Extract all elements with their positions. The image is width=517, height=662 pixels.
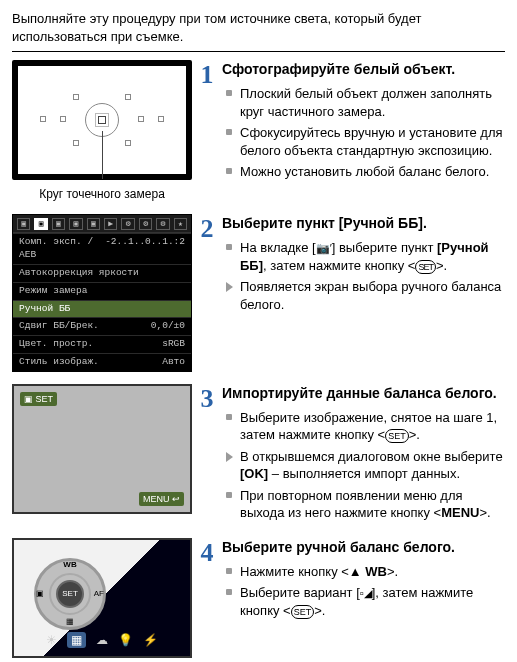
wb-custom-icon: ▦ — [67, 632, 86, 648]
step-title: Импортируйте данные баланса белого. — [222, 384, 505, 403]
bullet: Выберите изображение, снятое на шаге 1, … — [224, 409, 505, 444]
divider — [12, 51, 505, 52]
step-4: WB AF ▦ ▣ SET ☀ ▦ ☁ 💡 ⚡ 4 Выберите ручно… — [12, 538, 505, 658]
step-number: 1 — [198, 62, 216, 88]
figure-menu-screen: ▣▣▣▣▣▶⚙⚙⚙★ Комп. эксп. / AEB‑2..1..0..1.… — [12, 214, 192, 372]
bullet: Сфокусируйтесь вручную и установите для … — [224, 124, 505, 159]
step-number: 4 — [198, 540, 216, 566]
set-icon: SET — [385, 429, 409, 443]
intro-text: Выполняйте эту процедуру при том источни… — [12, 10, 505, 45]
bullet: Нажмите кнопку <▲ WB>. — [224, 563, 505, 581]
wb-cloud-icon: ☁ — [96, 632, 108, 648]
bullet: Плоский белый объект должен заполнять кр… — [224, 85, 505, 120]
dial-pic-label: ▣ — [36, 589, 44, 600]
dial-wb-label: WB — [63, 560, 76, 571]
step-title: Выберите ручной баланс белого. — [222, 538, 505, 557]
step-3: ▣ SET MENU ↩ 3 Импортируйте данные балан… — [12, 384, 505, 526]
step-2: ▣▣▣▣▣▶⚙⚙⚙★ Комп. эксп. / AEB‑2..1..0..1.… — [12, 214, 505, 372]
step-title: Выберите пункт [Ручной ББ]. — [222, 214, 505, 233]
wb-flash-icon: ⚡ — [143, 632, 158, 648]
custom-wb-icon: ▫◢ — [360, 586, 372, 601]
bullet: Выберите вариант [▫◢], затем нажмите кно… — [224, 584, 505, 619]
set-icon: SET — [415, 260, 436, 274]
set-icon: SET — [291, 605, 315, 619]
figure-caption: Круг точечного замера — [12, 186, 192, 202]
control-dial: WB AF ▦ ▣ SET — [34, 558, 106, 630]
set-button: SET — [56, 580, 84, 608]
step-number: 2 — [198, 216, 216, 242]
wb-icon-row: ☀ ▦ ☁ 💡 ⚡ — [14, 632, 190, 648]
dial-af-label: AF — [94, 589, 104, 600]
wb-sun-icon: ☀ — [46, 632, 57, 648]
wb-tungsten-icon: 💡 — [118, 632, 133, 648]
bullet-result: В открывшемся диалоговом окне выберите [… — [224, 448, 505, 483]
dial-drive-label: ▦ — [66, 617, 74, 628]
step-1: Круг точечного замера 1 Сфотографируйте … — [12, 60, 505, 202]
figure-selection-screen: ▣ SET MENU ↩ — [12, 384, 192, 514]
step-title: Сфотографируйте белый объект. — [222, 60, 505, 79]
bullet: На вкладке [📷′] выберите пункт [Ручной Б… — [224, 239, 505, 274]
set-tag: ▣ SET — [20, 392, 57, 406]
figure-dial-screen: WB AF ▦ ▣ SET ☀ ▦ ☁ 💡 ⚡ — [12, 538, 192, 658]
bullet-result: Появляется экран выбора ручного баланса … — [224, 278, 505, 313]
menu-tag: MENU ↩ — [139, 492, 184, 506]
bullet: При повторном появлении меню для выхода … — [224, 487, 505, 522]
step-number: 3 — [198, 386, 216, 412]
figure-viewfinder: Круг точечного замера — [12, 60, 192, 202]
camera-icon: 📷′ — [316, 241, 332, 256]
bullet: Можно установить любой баланс белого. — [224, 163, 505, 181]
